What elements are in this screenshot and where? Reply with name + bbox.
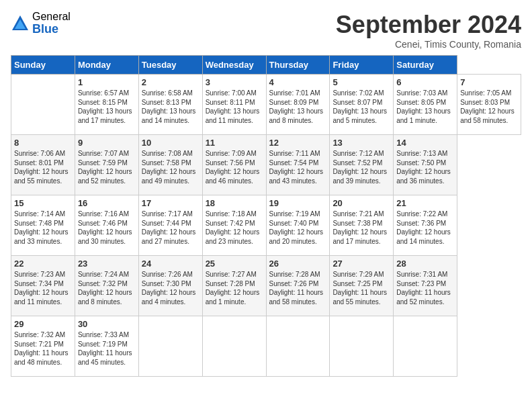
calendar-cell: 23Sunrise: 7:24 AMSunset: 7:32 PMDayligh… (75, 256, 138, 316)
day-number: 12 (269, 138, 327, 148)
cell-content: Sunrise: 7:23 AMSunset: 7:34 PMDaylight:… (14, 270, 72, 306)
calendar-week-3: 15Sunrise: 7:14 AMSunset: 7:48 PMDayligh… (11, 195, 521, 256)
cell-content: Sunrise: 7:06 AMSunset: 8:01 PMDaylight:… (14, 149, 72, 185)
day-number: 8 (14, 138, 72, 148)
logo-general: General (32, 11, 71, 23)
cell-content: Sunrise: 7:11 AMSunset: 7:54 PMDaylight:… (269, 149, 327, 185)
cell-content: Sunrise: 7:13 AMSunset: 7:50 PMDaylight:… (396, 149, 454, 185)
calendar-cell: 22Sunrise: 7:23 AMSunset: 7:34 PMDayligh… (11, 256, 75, 316)
calendar-cell: 15Sunrise: 7:14 AMSunset: 7:48 PMDayligh… (11, 195, 75, 256)
cell-content: Sunrise: 7:02 AMSunset: 8:07 PMDaylight:… (332, 89, 390, 125)
cell-content: Sunrise: 7:03 AMSunset: 8:05 PMDaylight:… (396, 89, 454, 125)
day-number: 19 (269, 198, 327, 208)
day-number: 14 (396, 138, 454, 148)
cell-content: Sunrise: 7:12 AMSunset: 7:52 PMDaylight:… (332, 149, 390, 185)
weekday-wednesday: Wednesday (202, 56, 266, 75)
calendar-header: SundayMondayTuesdayWednesdayThursdayFrid… (11, 56, 521, 75)
cell-content: Sunrise: 7:17 AMSunset: 7:44 PMDaylight:… (142, 210, 200, 246)
cell-content: Sunrise: 7:26 AMSunset: 7:30 PMDaylight:… (142, 270, 200, 306)
cell-content: Sunrise: 6:57 AMSunset: 8:15 PMDaylight:… (78, 89, 136, 125)
cell-content: Sunrise: 7:05 AMSunset: 8:03 PMDaylight:… (460, 89, 518, 125)
cell-content: Sunrise: 7:29 AMSunset: 7:25 PMDaylight:… (332, 270, 390, 306)
cell-content: Sunrise: 7:27 AMSunset: 7:28 PMDaylight:… (206, 270, 263, 306)
cell-content: Sunrise: 7:19 AMSunset: 7:40 PMDaylight:… (269, 210, 327, 246)
cell-content: Sunrise: 6:58 AMSunset: 8:13 PMDaylight:… (142, 89, 200, 125)
calendar-cell: 20Sunrise: 7:21 AMSunset: 7:38 PMDayligh… (330, 195, 394, 256)
calendar-body: 1Sunrise: 6:57 AMSunset: 8:15 PMDaylight… (11, 75, 521, 377)
cell-content: Sunrise: 7:32 AMSunset: 7:21 PMDaylight:… (14, 330, 72, 367)
day-number: 20 (332, 198, 390, 208)
calendar-cell: 2Sunrise: 6:58 AMSunset: 8:13 PMDaylight… (138, 75, 202, 135)
calendar-cell: 28Sunrise: 7:31 AMSunset: 7:23 PMDayligh… (394, 256, 457, 316)
calendar-cell (394, 316, 457, 377)
day-number: 18 (206, 198, 263, 208)
weekday-thursday: Thursday (266, 56, 330, 75)
calendar-week-4: 22Sunrise: 7:23 AMSunset: 7:34 PMDayligh… (11, 256, 521, 316)
weekday-saturday: Saturday (394, 56, 457, 75)
cell-content: Sunrise: 7:21 AMSunset: 7:38 PMDaylight:… (332, 210, 390, 246)
calendar-cell (11, 75, 75, 135)
day-number: 16 (78, 198, 136, 208)
day-number: 5 (332, 77, 390, 87)
calendar-cell: 9Sunrise: 7:07 AMSunset: 7:59 PMDaylight… (75, 135, 138, 195)
calendar-cell: 13Sunrise: 7:12 AMSunset: 7:52 PMDayligh… (330, 135, 394, 195)
logo-icon (11, 14, 30, 33)
day-number: 10 (142, 138, 200, 148)
day-number: 30 (78, 319, 136, 329)
cell-content: Sunrise: 7:09 AMSunset: 7:56 PMDaylight:… (206, 149, 263, 185)
day-number: 27 (332, 259, 390, 269)
calendar-cell (138, 316, 202, 377)
cell-content: Sunrise: 7:31 AMSunset: 7:23 PMDaylight:… (396, 270, 454, 306)
calendar-week-1: 1Sunrise: 6:57 AMSunset: 8:15 PMDaylight… (11, 75, 521, 135)
day-number: 6 (396, 77, 454, 87)
day-number: 17 (142, 198, 200, 208)
location: Cenei, Timis County, Romania (336, 39, 521, 50)
calendar-cell (202, 316, 266, 377)
calendar-cell: 12Sunrise: 7:11 AMSunset: 7:54 PMDayligh… (266, 135, 330, 195)
calendar-cell: 4Sunrise: 7:01 AMSunset: 8:09 PMDaylight… (266, 75, 330, 135)
day-number: 21 (396, 198, 454, 208)
weekday-friday: Friday (330, 56, 394, 75)
day-number: 3 (206, 77, 263, 87)
cell-content: Sunrise: 7:33 AMSunset: 7:19 PMDaylight:… (78, 330, 136, 367)
calendar-cell: 24Sunrise: 7:26 AMSunset: 7:30 PMDayligh… (138, 256, 202, 316)
day-number: 22 (14, 259, 72, 269)
calendar-cell: 8Sunrise: 7:06 AMSunset: 8:01 PMDaylight… (11, 135, 75, 195)
calendar-cell (330, 316, 394, 377)
calendar-cell: 30Sunrise: 7:33 AMSunset: 7:19 PMDayligh… (75, 316, 138, 377)
calendar-cell: 10Sunrise: 7:08 AMSunset: 7:58 PMDayligh… (138, 135, 202, 195)
weekday-monday: Monday (75, 56, 138, 75)
day-number: 15 (14, 198, 72, 208)
page-header: General Blue September 2024 Cenei, Timis… (11, 11, 521, 50)
day-number: 24 (142, 259, 200, 269)
day-number: 13 (332, 138, 390, 148)
calendar-cell: 25Sunrise: 7:27 AMSunset: 7:28 PMDayligh… (202, 256, 266, 316)
day-number: 29 (14, 319, 72, 329)
calendar-cell: 3Sunrise: 7:00 AMSunset: 8:11 PMDaylight… (202, 75, 266, 135)
calendar-cell: 26Sunrise: 7:28 AMSunset: 7:26 PMDayligh… (266, 256, 330, 316)
calendar-cell: 17Sunrise: 7:17 AMSunset: 7:44 PMDayligh… (138, 195, 202, 256)
logo-text: General Blue (32, 11, 71, 36)
day-number: 1 (78, 77, 136, 87)
cell-content: Sunrise: 7:14 AMSunset: 7:48 PMDaylight:… (14, 210, 72, 246)
calendar-week-2: 8Sunrise: 7:06 AMSunset: 8:01 PMDaylight… (11, 135, 521, 195)
calendar-cell (266, 316, 330, 377)
cell-content: Sunrise: 7:24 AMSunset: 7:32 PMDaylight:… (78, 270, 136, 306)
weekday-tuesday: Tuesday (138, 56, 202, 75)
day-number: 11 (206, 138, 263, 148)
weekday-header-row: SundayMondayTuesdayWednesdayThursdayFrid… (11, 56, 521, 75)
day-number: 9 (78, 138, 136, 148)
calendar-table: SundayMondayTuesdayWednesdayThursdayFrid… (11, 55, 521, 377)
day-number: 28 (396, 259, 454, 269)
calendar-cell: 16Sunrise: 7:16 AMSunset: 7:46 PMDayligh… (75, 195, 138, 256)
cell-content: Sunrise: 7:16 AMSunset: 7:46 PMDaylight:… (78, 210, 136, 246)
day-number: 7 (460, 77, 518, 87)
calendar-cell: 19Sunrise: 7:19 AMSunset: 7:40 PMDayligh… (266, 195, 330, 256)
calendar-cell: 18Sunrise: 7:18 AMSunset: 7:42 PMDayligh… (202, 195, 266, 256)
calendar-cell: 5Sunrise: 7:02 AMSunset: 8:07 PMDaylight… (330, 75, 394, 135)
calendar-cell: 21Sunrise: 7:22 AMSunset: 7:36 PMDayligh… (394, 195, 457, 256)
cell-content: Sunrise: 7:18 AMSunset: 7:42 PMDaylight:… (206, 210, 263, 246)
cell-content: Sunrise: 7:01 AMSunset: 8:09 PMDaylight:… (269, 89, 327, 125)
calendar-cell: 6Sunrise: 7:03 AMSunset: 8:05 PMDaylight… (394, 75, 457, 135)
day-number: 23 (78, 259, 136, 269)
